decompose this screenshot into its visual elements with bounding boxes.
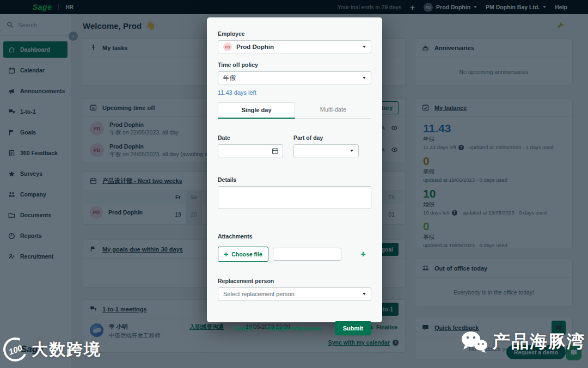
choose-file-label: Choose file	[231, 251, 262, 257]
avatar: PD	[223, 42, 232, 51]
multiple-employees-button[interactable]: Multiple employees	[266, 325, 321, 332]
calendar-icon	[272, 148, 279, 155]
tab-single-day[interactable]: Single day	[218, 102, 295, 119]
add-attachment-button[interactable]: +	[360, 249, 366, 260]
plus-icon: +	[224, 250, 228, 259]
policy-label: Time off policy	[218, 62, 371, 68]
days-left-text: 11.43 days left	[218, 89, 371, 96]
day-mode-tabs: Single day Multi-date	[218, 102, 371, 119]
watermark-left: 100 大数跨境	[3, 338, 101, 361]
date-label: Date	[218, 134, 283, 141]
part-of-day-select[interactable]	[293, 144, 359, 157]
submit-button[interactable]: Submit	[335, 321, 371, 335]
part-of-day-label: Part of day	[293, 134, 359, 141]
employee-label: Employee	[218, 30, 371, 37]
cancel-button[interactable]: Cancel	[234, 325, 253, 332]
chevron-down-icon	[363, 77, 366, 79]
employee-select[interactable]: PD Prod Dophin	[218, 40, 371, 53]
watermark-text: 产品海豚湾	[493, 330, 585, 354]
replacement-label: Replacement person	[218, 278, 371, 284]
details-label: Details	[218, 176, 371, 183]
date-input[interactable]	[218, 144, 283, 157]
details-textarea[interactable]	[218, 186, 371, 209]
choose-file-button[interactable]: + Choose file	[218, 247, 268, 262]
attachment-name-input[interactable]	[273, 248, 341, 261]
wechat-icon	[460, 330, 488, 354]
chevron-down-icon	[363, 293, 366, 295]
tab-multi-date[interactable]: Multi-date	[295, 102, 371, 118]
policy-value: 年假	[223, 74, 236, 82]
watermark-right: 产品海豚湾	[460, 330, 585, 354]
time-off-request-modal: Employee PD Prod Dophin Time off policy …	[207, 17, 382, 322]
watermark-logo: 100	[0, 334, 30, 365]
employee-value: Prod Dophin	[236, 44, 274, 50]
replacement-select[interactable]: Select replacement person	[218, 287, 371, 300]
watermark-text: 大数跨境	[32, 339, 101, 361]
policy-select[interactable]: 年假	[218, 71, 371, 84]
replacement-placeholder: Select replacement person	[223, 291, 295, 297]
attachments-label: Attachments	[218, 233, 371, 240]
chevron-down-icon	[350, 150, 353, 152]
chevron-down-icon	[363, 46, 366, 48]
app-root: Sage HR Your trial ends in 29 days + PD …	[0, 0, 588, 368]
